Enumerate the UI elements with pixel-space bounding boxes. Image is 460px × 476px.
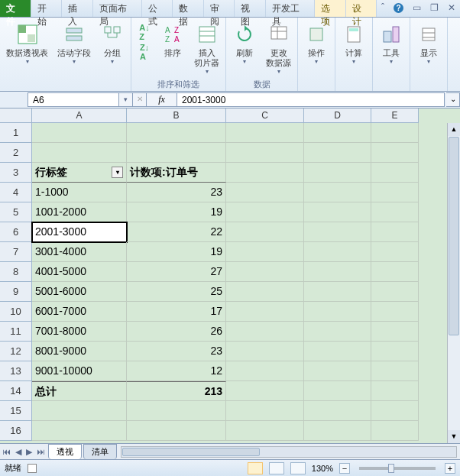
cell[interactable] bbox=[371, 361, 419, 381]
file-tab[interactable]: 文件 bbox=[0, 0, 31, 17]
cell[interactable]: 8001-9000 bbox=[32, 342, 127, 361]
row-header-8[interactable]: 8 bbox=[0, 262, 32, 282]
horizontal-scrollbar[interactable] bbox=[121, 446, 457, 458]
menu-tab-1[interactable]: 插入 bbox=[62, 0, 93, 17]
row-header-16[interactable]: 16 bbox=[0, 421, 32, 441]
cell[interactable] bbox=[371, 163, 419, 183]
cell[interactable] bbox=[371, 202, 419, 222]
cell[interactable]: 19 bbox=[127, 242, 226, 262]
sheet-tab-active[interactable]: 透视 bbox=[48, 444, 82, 459]
sheet-nav-next[interactable]: ▶ bbox=[24, 447, 34, 457]
cell[interactable] bbox=[304, 381, 371, 401]
cell[interactable] bbox=[371, 242, 419, 262]
cell[interactable]: 计数项:订单号 bbox=[127, 163, 226, 183]
cell[interactable] bbox=[304, 302, 371, 322]
cell[interactable] bbox=[226, 163, 304, 183]
row-header-1[interactable]: 1 bbox=[0, 123, 32, 143]
help-icon[interactable]: ? bbox=[389, 0, 408, 17]
worksheet-grid[interactable]: ABCDE 12345678910111213141516 行标签▾计数项:订单… bbox=[0, 108, 460, 443]
col-header-A[interactable]: A bbox=[32, 108, 127, 123]
ribbon-minimize-icon[interactable]: ˆ bbox=[377, 0, 389, 17]
filter-dropdown-icon[interactable]: ▾ bbox=[112, 167, 123, 178]
cell[interactable]: 总计 bbox=[32, 381, 127, 401]
row-header-6[interactable]: 6 bbox=[0, 222, 32, 242]
cell[interactable]: 25 bbox=[127, 282, 226, 302]
cell[interactable] bbox=[226, 183, 304, 202]
cell[interactable]: 4001-5000 bbox=[32, 262, 127, 282]
zoom-in-button[interactable]: + bbox=[445, 463, 455, 474]
cell[interactable] bbox=[371, 222, 419, 242]
cell[interactable] bbox=[371, 123, 419, 143]
cell[interactable]: 213 bbox=[127, 381, 226, 401]
cell[interactable] bbox=[371, 401, 419, 421]
view-pagelayout-button[interactable] bbox=[269, 462, 284, 474]
sort-asc-button[interactable]: A↓Z bbox=[134, 23, 154, 41]
cell[interactable] bbox=[371, 302, 419, 322]
cell[interactable]: 1-1000 bbox=[32, 183, 127, 202]
zoom-out-button[interactable]: − bbox=[339, 463, 350, 474]
cell[interactable]: 12 bbox=[127, 361, 226, 381]
cell[interactable] bbox=[371, 282, 419, 302]
context-tab-0[interactable]: 选项 bbox=[315, 0, 345, 17]
cells-area[interactable]: 行标签▾计数项:订单号1-1000231001-2000192001-30002… bbox=[32, 123, 419, 441]
cell[interactable] bbox=[226, 421, 304, 441]
cell[interactable] bbox=[226, 401, 304, 421]
cell[interactable] bbox=[371, 421, 419, 441]
row-header-9[interactable]: 9 bbox=[0, 282, 32, 302]
cell[interactable] bbox=[226, 282, 304, 302]
show-button[interactable]: 显示▾ bbox=[413, 20, 444, 67]
window-restore-icon[interactable]: ❐ bbox=[426, 0, 443, 17]
cell[interactable] bbox=[371, 342, 419, 361]
context-tab-1[interactable]: 设计 bbox=[346, 0, 377, 17]
cell[interactable] bbox=[226, 222, 304, 242]
cell[interactable] bbox=[304, 262, 371, 282]
menu-tab-4[interactable]: 数据 bbox=[173, 0, 204, 17]
select-all-button[interactable] bbox=[0, 108, 32, 123]
cell[interactable] bbox=[304, 202, 371, 222]
cell[interactable] bbox=[371, 322, 419, 342]
cell[interactable] bbox=[226, 361, 304, 381]
cell[interactable] bbox=[304, 242, 371, 262]
cell[interactable] bbox=[226, 123, 304, 143]
sheet-nav-prev[interactable]: ◀ bbox=[13, 447, 24, 457]
cell[interactable] bbox=[371, 183, 419, 202]
cell[interactable] bbox=[127, 143, 226, 163]
cell[interactable] bbox=[304, 163, 371, 183]
cell[interactable] bbox=[304, 183, 371, 202]
zoom-handle[interactable] bbox=[388, 464, 394, 473]
row-header-15[interactable]: 15 bbox=[0, 401, 32, 421]
cell[interactable] bbox=[304, 342, 371, 361]
activefield-button[interactable]: 活动字段▾ bbox=[54, 20, 94, 67]
changesource-button[interactable]: 更改 数据源▾ bbox=[263, 20, 294, 77]
cell[interactable] bbox=[127, 123, 226, 143]
cell[interactable]: 22 bbox=[127, 222, 226, 242]
menu-tab-3[interactable]: 公式 bbox=[142, 0, 173, 17]
row-header-12[interactable]: 12 bbox=[0, 342, 32, 361]
formula-expand-icon[interactable]: ⌄ bbox=[446, 92, 460, 107]
cell[interactable] bbox=[127, 421, 226, 441]
cell[interactable] bbox=[371, 262, 419, 282]
sheet-nav-first[interactable]: ⏮ bbox=[0, 447, 13, 456]
group-button[interactable]: 分组▾ bbox=[97, 20, 128, 67]
cell[interactable]: 26 bbox=[127, 322, 226, 342]
zoom-slider[interactable] bbox=[359, 467, 436, 470]
sheet-nav-last[interactable]: ⏭ bbox=[34, 447, 47, 456]
cell[interactable] bbox=[226, 262, 304, 282]
col-header-E[interactable]: E bbox=[371, 108, 419, 123]
cell[interactable] bbox=[226, 202, 304, 222]
cell[interactable]: 19 bbox=[127, 202, 226, 222]
cell[interactable] bbox=[226, 381, 304, 401]
cell[interactable] bbox=[226, 302, 304, 322]
cell[interactable] bbox=[226, 322, 304, 342]
fx-cancel-icon[interactable]: ✕ bbox=[133, 92, 147, 107]
cell[interactable] bbox=[32, 143, 127, 163]
macro-record-icon[interactable] bbox=[28, 464, 37, 473]
cell[interactable] bbox=[371, 143, 419, 163]
cell[interactable] bbox=[32, 421, 127, 441]
column-headers[interactable]: ABCDE bbox=[32, 108, 419, 123]
row-header-2[interactable]: 2 bbox=[0, 143, 32, 163]
cell[interactable] bbox=[226, 342, 304, 361]
window-close-icon[interactable]: ✕ bbox=[443, 0, 460, 17]
col-header-B[interactable]: B bbox=[127, 108, 226, 123]
menu-tab-7[interactable]: 开发工具 bbox=[266, 0, 315, 17]
